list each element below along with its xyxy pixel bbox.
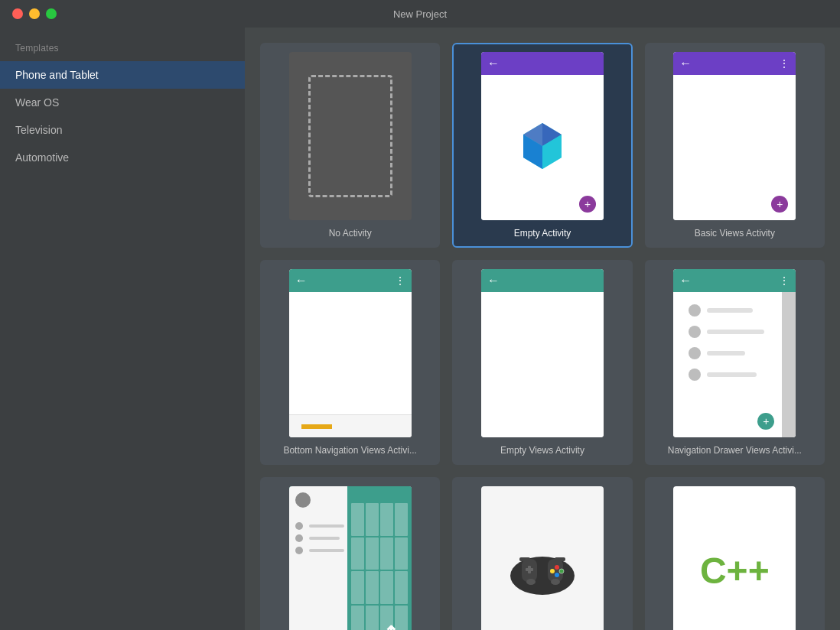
empty-views-toolbar: ← — [481, 269, 604, 292]
basic-views-preview: ← ⋮ + — [673, 52, 796, 220]
basic-views-fab: + — [771, 196, 788, 213]
android-logo — [516, 119, 569, 176]
template-basic-views[interactable]: ← ⋮ + Basic Views Activity — [645, 43, 825, 248]
chart-left-panel — [289, 486, 350, 630]
no-activity-preview — [289, 52, 412, 220]
nav-drawer-preview: ← ⋮ + — [673, 269, 796, 437]
template-no-activity[interactable]: No Activity — [260, 43, 440, 248]
template-game-activity[interactable]: Game Activity — [452, 477, 632, 630]
basic-views-toolbar: ← ⋮ — [673, 52, 796, 75]
sidebar-section-label: Templates — [0, 37, 245, 61]
svg-point-14 — [526, 579, 536, 585]
sidebar-item-automotive[interactable]: Automotive — [0, 144, 245, 171]
empty-activity-toolbar: ← — [481, 52, 604, 75]
sidebar-item-phone-tablet[interactable]: Phone and Tablet — [0, 61, 245, 89]
sidebar-item-television[interactable]: Television — [0, 116, 245, 144]
templates-grid: No Activity ← — [260, 43, 825, 630]
empty-views-label: Empty Views Activity — [500, 445, 584, 456]
dots-icon3: ⋮ — [779, 274, 790, 287]
empty-activity-fab: + — [579, 196, 596, 213]
bottom-nav-preview: ← ⋮ — [289, 269, 412, 437]
template-responsive-views[interactable]: ↗ + Responsive Views Activity — [260, 477, 440, 630]
native-cpp-preview: C++ — [673, 486, 796, 630]
chart-grid — [351, 503, 409, 630]
maximize-button[interactable] — [46, 8, 57, 19]
nav-drawer-fab: + — [757, 413, 774, 430]
game-controller-svg — [508, 544, 577, 597]
bottom-nav-indicator — [301, 424, 332, 429]
nav-drawer-body: + — [673, 292, 796, 437]
nav-drawer-toolbar: ← ⋮ — [673, 269, 796, 292]
content-area: No Activity ← — [245, 28, 840, 630]
template-nav-drawer[interactable]: ← ⋮ + — [645, 260, 825, 465]
template-native-cpp[interactable]: C++ Native C++ — [645, 477, 825, 630]
nav-drawer-label: Navigation Drawer Views Activi... — [668, 445, 802, 456]
svg-point-13 — [550, 569, 555, 573]
nav-drawer-list — [673, 292, 796, 393]
bottom-nav-toolbar: ← ⋮ — [289, 269, 412, 292]
basic-views-body: + — [673, 75, 796, 220]
empty-activity-preview: ← — [481, 52, 604, 220]
game-activity-preview — [481, 486, 604, 630]
svg-point-11 — [559, 569, 564, 573]
chart-preview-inner: ↗ + — [289, 486, 412, 630]
template-empty-activity[interactable]: ← — [452, 43, 632, 248]
main-container: Templates Phone and Tablet Wear OS Telev… — [0, 28, 840, 630]
svg-point-10 — [555, 565, 559, 570]
responsive-views-preview: ↗ + — [289, 486, 412, 630]
chart-right-panel: ↗ — [347, 486, 411, 630]
sidebar-item-wear-os[interactable]: Wear OS — [0, 89, 245, 116]
bottom-nav-bar — [289, 414, 412, 437]
game-controller-inner — [481, 486, 604, 630]
empty-activity-body: + — [481, 75, 604, 220]
template-empty-views[interactable]: ← Empty Views Activity — [452, 260, 632, 465]
cpp-text: C++ — [700, 550, 770, 592]
sidebar: Templates Phone and Tablet Wear OS Telev… — [0, 28, 245, 630]
cpp-preview-inner: C++ — [673, 486, 796, 630]
svg-point-12 — [555, 573, 559, 577]
empty-activity-label: Empty Activity — [514, 228, 571, 239]
chart-avatar — [295, 492, 311, 508]
svg-rect-16 — [519, 557, 530, 561]
back-arrow-icon4: ← — [487, 274, 500, 287]
back-arrow-icon: ← — [487, 57, 500, 70]
back-arrow-icon3: ← — [295, 274, 308, 287]
svg-rect-17 — [555, 557, 565, 561]
svg-point-5 — [510, 557, 575, 595]
back-arrow-icon2: ← — [679, 57, 692, 70]
window-controls — [12, 8, 57, 19]
bottom-nav-body — [289, 292, 412, 437]
empty-views-body — [481, 292, 604, 437]
back-arrow-icon5: ← — [679, 274, 692, 287]
svg-rect-9 — [528, 566, 531, 573]
minimize-button[interactable] — [29, 8, 40, 19]
window-title: New Project — [393, 8, 447, 20]
dots-icon: ⋮ — [779, 57, 790, 70]
drawer-side-panel — [782, 292, 796, 437]
bottom-nav-label: Bottom Navigation Views Activi... — [283, 445, 417, 456]
template-bottom-nav[interactable]: ← ⋮ Bottom Navigation Views Activi... — [260, 260, 440, 465]
close-button[interactable] — [12, 8, 23, 19]
titlebar: New Project — [0, 0, 840, 28]
empty-views-preview: ← — [481, 269, 604, 437]
dots-icon2: ⋮ — [395, 274, 405, 287]
svg-point-15 — [551, 579, 560, 585]
basic-views-label: Basic Views Activity — [695, 228, 775, 239]
no-activity-label: No Activity — [329, 228, 372, 239]
